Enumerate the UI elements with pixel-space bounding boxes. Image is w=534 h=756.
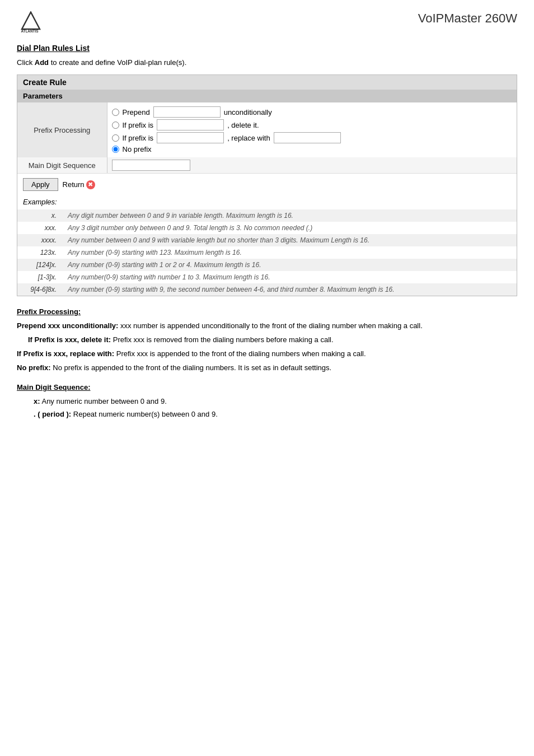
example-row-1: x. Any digit number between 0 and 9 in v…: [17, 209, 517, 222]
example-row-6: [1-3]x. Any number(0-9) starting with nu…: [17, 271, 517, 283]
svg-text:ATLANTIS: ATLANTIS: [21, 29, 39, 33]
no-prefix-info: No prefix: No prefix is appended to the …: [17, 363, 517, 372]
svg-marker-0: [22, 12, 40, 29]
prefix-options-cell: Prepend unconditionally If prefix is , d…: [107, 102, 517, 157]
example-row-5: [124]x. Any number (0-9) starting with 1…: [17, 259, 517, 271]
create-rule-title: Create Rule: [17, 75, 517, 90]
prefix-processing-section-title: Prefix Processing:: [17, 307, 517, 316]
if-prefix-replace-input[interactable]: [157, 132, 224, 143]
delete-suffix: , delete it.: [227, 121, 259, 129]
example-pattern-6: [1-3]x.: [17, 271, 62, 283]
example-row-2: xxx. Any 3 digit number only between 0 a…: [17, 222, 517, 234]
prepend-info: Prepend xxx unconditionally: xxx number …: [17, 321, 517, 330]
main-digit-row: Main Digit Sequence: [17, 157, 517, 173]
prepend-input[interactable]: [153, 106, 221, 118]
prepend-label: Prepend: [123, 108, 150, 116]
example-row-7: 9[4-6]8x. Any number (0-9) starting with…: [17, 283, 517, 296]
example-desc-6: Any number(0-9) starting with number 1 t…: [62, 271, 517, 283]
example-desc-1: Any digit number between 0 and 9 in vari…: [62, 209, 517, 222]
prefix-processing-label: Prefix Processing: [17, 102, 107, 157]
no-prefix-radio[interactable]: [112, 146, 119, 153]
example-pattern-5: [124]x.: [17, 259, 62, 271]
x-bullet-bold: x:: [34, 397, 40, 405]
main-digit-input-cell: [107, 157, 517, 173]
example-row-3: xxxx. Any number between 0 and 9 with va…: [17, 234, 517, 246]
if-prefix-replace-info: If Prefix is xxx, replace with: Prefix x…: [17, 349, 517, 358]
return-button[interactable]: Return ✖: [63, 180, 95, 189]
example-pattern-2: xxx.: [17, 222, 62, 234]
example-desc-4: Any number (0-9) starting with 123. Maxi…: [62, 246, 517, 259]
prepend-info-bold: Prepend xxx unconditionally:: [17, 321, 118, 330]
example-row-4: 123x. Any number (0-9) starting with 123…: [17, 246, 517, 259]
example-desc-2: Any 3 digit number only between 0 and 9.…: [62, 222, 517, 234]
if-prefix-replace-label: If prefix is: [123, 134, 154, 142]
example-desc-3: Any number between 0 and 9 with variable…: [62, 234, 517, 246]
main-digit-section-title: Main Digit Sequence:: [17, 383, 517, 391]
if-prefix-replace-radio[interactable]: [112, 134, 119, 142]
main-digit-label: Main Digit Sequence: [17, 157, 107, 173]
if-prefix-delete-info-bold: If Prefix is xxx, delete it:: [28, 335, 111, 344]
if-prefix-delete-info: If Prefix is xxx, delete it: Prefix xxx …: [28, 335, 517, 344]
page-title: Dial Plan Rules List: [17, 44, 517, 53]
parameters-bar: Parameters: [17, 90, 517, 102]
prefix-processing-row: Prefix Processing Prepend unconditionall…: [17, 102, 517, 157]
period-bullet-bold: . ( period ):: [34, 410, 71, 418]
product-title: VoIPMaster 260W: [418, 11, 517, 26]
if-prefix-replace-info-bold: If Prefix is xxx, replace with:: [17, 349, 114, 358]
add-bold-text: Add: [35, 58, 49, 67]
params-table: Prefix Processing Prepend unconditionall…: [17, 102, 517, 157]
prepend-suffix: unconditionally: [224, 108, 272, 116]
example-desc-5: Any number (0-9) starting with 1 or 2 or…: [62, 259, 517, 271]
if-prefix-delete-radio[interactable]: [112, 122, 119, 129]
if-prefix-replace-row: If prefix is , replace with: [112, 132, 513, 143]
if-prefix-delete-input[interactable]: [157, 119, 224, 130]
x-bullet: x: Any numeric number between 0 and 9.: [34, 397, 517, 405]
return-label: Return: [63, 180, 85, 189]
examples-table: x. Any digit number between 0 and 9 in v…: [17, 209, 517, 296]
create-rule-section: Create Rule Parameters Prefix Processing…: [17, 74, 517, 296]
example-pattern-1: x.: [17, 209, 62, 222]
replace-with-label: , replace with: [227, 134, 270, 142]
buttons-row: Apply Return ✖: [17, 173, 517, 195]
no-prefix-info-bold: No prefix:: [17, 363, 51, 372]
page-header: ATLANTIS LAND VoIPMaster 260W: [17, 11, 517, 34]
example-pattern-3: xxxx.: [17, 234, 62, 246]
if-prefix-delete-row: If prefix is , delete it.: [112, 119, 513, 130]
example-pattern-7: 9[4-6]8x.: [17, 283, 62, 296]
prepend-radio-row: Prepend unconditionally: [112, 106, 513, 118]
main-digit-table: Main Digit Sequence: [17, 157, 517, 173]
example-desc-7: Any number (0-9) starting with 9, the se…: [62, 283, 517, 296]
examples-label: Examples:: [17, 195, 517, 208]
atlantis-logo-icon: ATLANTIS LAND: [17, 11, 45, 34]
page-description: Click Add to create and define VoIP dial…: [17, 58, 517, 67]
apply-button[interactable]: Apply: [23, 178, 58, 191]
replace-with-input[interactable]: [274, 132, 341, 143]
return-icon: ✖: [86, 180, 95, 189]
period-bullet: . ( period ): Repeat numeric number(s) b…: [34, 410, 517, 418]
prepend-radio[interactable]: [112, 109, 119, 116]
if-prefix-delete-label: If prefix is: [123, 121, 154, 129]
no-prefix-label: No prefix: [123, 145, 152, 153]
no-prefix-row: No prefix: [112, 145, 513, 153]
example-pattern-4: 123x.: [17, 246, 62, 259]
main-digit-input[interactable]: [112, 160, 190, 171]
logo: ATLANTIS LAND: [17, 11, 45, 34]
